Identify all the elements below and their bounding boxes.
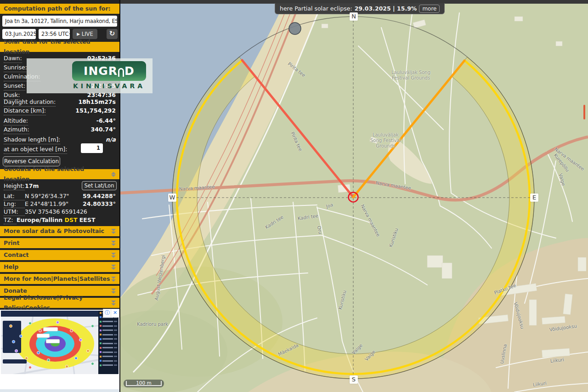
utm-label: UTM: <box>4 208 25 216</box>
solar-time-value: 22:27:15 <box>87 81 116 91</box>
altitude-value: -6.44° <box>96 116 116 125</box>
azimuth-label: Azimuth: <box>4 125 29 134</box>
solar-time-value: 04:11:48 <box>87 63 116 72</box>
ad-map-pin <box>19 335 23 338</box>
sidebar-panel: Computation path of the sun for: Joa tn … <box>0 0 120 392</box>
suncalc-app: Computation path of the sun for: Joa tn … <box>0 0 588 392</box>
sunrise-direction-line <box>353 61 464 197</box>
height-label: Height: <box>4 182 25 190</box>
ad-list-row <box>98 341 119 346</box>
ad-list-row <box>98 354 119 359</box>
map-street-label: Lauluväljak Song Festival Grounds <box>391 70 430 81</box>
ad-toolbar <box>1 311 98 317</box>
object-level-label: at an object level [m]: <box>4 145 67 154</box>
menu-item-print[interactable]: Print <box>0 238 119 248</box>
map-street-label: Kadrioru park <box>137 322 168 327</box>
play-icon: ▶ <box>77 32 80 36</box>
ad-list-row <box>98 350 119 355</box>
collapse-icon[interactable] <box>111 172 116 177</box>
solar-time-value: 02:52:36 <box>87 54 116 63</box>
menu-item-label: Print <box>4 238 20 248</box>
compass-north-label: N <box>350 12 358 21</box>
ad-list-row <box>98 346 119 350</box>
map-street-label: Lauluväljak Song Festival Grounds <box>370 132 401 149</box>
eclipse-more-button[interactable]: more <box>419 5 440 13</box>
ad-map-pin <box>28 366 32 369</box>
solar-time-label: Sunset: <box>4 81 25 91</box>
timezone-dst-badge: DST <box>65 216 78 223</box>
chevron-double-down-icon <box>111 301 116 306</box>
chevron-double-down-icon <box>111 277 116 282</box>
distance-row: Distance [km]: 151,754,292 <box>0 106 119 115</box>
map-scale-bar: 100 m <box>124 380 164 387</box>
altitude-label: Altitude: <box>4 116 28 125</box>
ad-map-pin <box>86 349 90 352</box>
ad-map-pin <box>56 321 59 324</box>
shadow-length-row: Shadow length [m]: n/a <box>0 135 119 144</box>
distance-value: 151,754,292 <box>75 106 116 115</box>
eclipse-banner: here Partial solar eclipse: 29.03.2025 |… <box>275 3 445 14</box>
solar-time-row: Culmination:13:19:31 <box>0 72 119 81</box>
menu-item-label: Contact <box>4 250 28 260</box>
ad-map-pin <box>47 358 50 362</box>
utm-row: UTM: 35V 375436 6591426 <box>0 208 119 216</box>
solar-time-value: 13:19:31 <box>87 72 116 81</box>
utm-value: 35V 375436 6591426 <box>25 208 116 216</box>
ad-list-row <box>98 337 119 341</box>
object-level-input[interactable]: 1 <box>81 143 103 153</box>
solar-time-row: Sunrise:04:11:48 <box>0 63 119 72</box>
advertisement[interactable]: ⓘ ✕ <box>0 310 119 392</box>
solar-time-row: Sunset:22:27:15 <box>0 81 119 91</box>
timezone-zone: Europe/Tallinn <box>17 216 62 223</box>
ad-map-pin <box>9 324 12 328</box>
ad-list-row <box>98 319 119 324</box>
menu-item-legal-disclosure-privacy-policy-cookies[interactable]: Legal Disclosure|Privacy Policy|Cookies <box>0 298 119 308</box>
daylight-label: Daylight duration: <box>4 97 56 107</box>
timezone-abbr: EEST <box>79 216 96 223</box>
ad-search-box <box>3 359 27 364</box>
ad-map-image[interactable] <box>1 311 119 374</box>
ad-map-pin <box>15 349 18 352</box>
ad-map-pin <box>91 324 94 328</box>
ad-map-pin <box>28 322 32 325</box>
ad-map-pin <box>70 329 73 332</box>
route-fragment <box>583 105 585 119</box>
ad-close-icon[interactable]: ✕ <box>111 309 119 318</box>
daylight-row: Daylight duration: 18h15m27s <box>0 97 119 107</box>
chevron-double-down-icon <box>111 265 116 270</box>
ad-map-pin <box>91 362 94 365</box>
solar-time-row: Dawn:02:52:36 <box>0 54 119 63</box>
shadow-length-value: n/a <box>106 135 116 144</box>
ad-list-row <box>98 324 119 329</box>
menu-item-label: More for Moon|Planets|Satellites <box>4 274 110 284</box>
longitude-dms: E 24°48'11.99" <box>25 200 83 208</box>
ad-list-row <box>98 359 119 364</box>
address-input[interactable]: Joa tn 3a, 10127, Tallinn, Harju maakond… <box>2 16 117 27</box>
solar-time-label: Dawn: <box>4 54 22 63</box>
timezone-label: TZ: <box>4 216 17 224</box>
altitude-row: Altitude: -6.44° <box>0 116 119 125</box>
menu-item-help[interactable]: Help <box>0 262 119 272</box>
menu-item-more-for-moon-planets-satellites[interactable]: More for Moon|Planets|Satellites <box>0 274 119 284</box>
menu-item-more-solar-data-photovoltaic[interactable]: More solar data & Photovoltaic <box>0 226 119 236</box>
map-canvas[interactable] <box>120 0 588 392</box>
set-latlon-button[interactable]: Set Lat/Lon <box>82 181 117 190</box>
compass-east-label: E <box>530 193 538 202</box>
longitude-decimal: 24.80333° <box>83 200 116 208</box>
chevron-double-down-icon <box>111 253 116 258</box>
solar-times-list: Dawn:02:52:36Sunrise:04:11:48Culmination… <box>0 54 119 100</box>
sun-position-dot[interactable] <box>289 23 301 34</box>
distance-label: Distance [km]: <box>4 106 46 115</box>
menu-item-contact[interactable]: Contact <box>0 250 119 260</box>
menu-list: More solar data & PhotovoltaicPrintConta… <box>0 226 119 310</box>
latitude-dms: N 59°26'34.37" <box>25 192 83 200</box>
latitude-row: Lat: N 59°26'34.37" 59.44288° <box>0 192 119 200</box>
geodata-header: Geodata for the selected location <box>0 169 119 179</box>
ad-map-pin <box>25 357 28 360</box>
solar-data-header: Solar data for the selected location <box>0 42 119 52</box>
timezone-row: TZ: Europe/Tallinn DST EEST <box>0 216 119 224</box>
eclipse-banner-value: 29.03.2025 | 15.9% <box>355 5 417 12</box>
ad-map-pin <box>65 365 68 368</box>
map-view[interactable]: here Partial solar eclipse: 29.03.2025 |… <box>120 0 588 392</box>
longitude-row: Lng: E 24°48'11.99" 24.80333° <box>0 200 119 208</box>
